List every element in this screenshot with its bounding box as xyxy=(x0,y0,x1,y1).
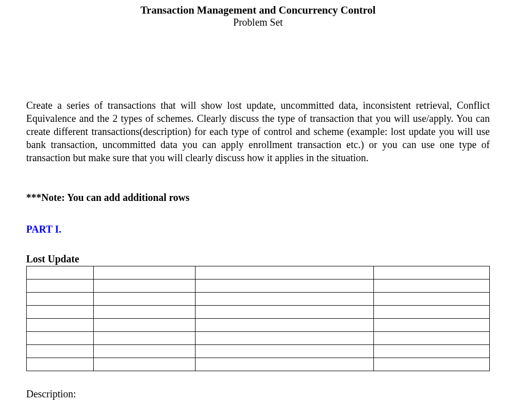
table-cell xyxy=(94,266,196,279)
table-cell xyxy=(374,319,490,332)
table-row xyxy=(27,306,490,319)
table-cell xyxy=(94,345,196,358)
table-cell xyxy=(196,293,374,306)
table-cell xyxy=(374,279,490,293)
table-row xyxy=(27,345,490,358)
table-cell xyxy=(27,279,94,293)
table-cell xyxy=(196,306,374,319)
table-cell xyxy=(27,332,94,345)
table-cell xyxy=(27,306,94,319)
table-cell xyxy=(374,306,490,319)
table-cell xyxy=(196,266,374,279)
section-heading: Lost Update xyxy=(26,253,490,265)
table-cell xyxy=(94,306,196,319)
table-cell xyxy=(27,266,94,279)
table-cell xyxy=(27,319,94,332)
table-cell xyxy=(196,319,374,332)
table-cell xyxy=(94,293,196,306)
table-cell xyxy=(94,332,196,345)
table-cell xyxy=(196,332,374,345)
table-cell xyxy=(374,358,490,371)
table-row xyxy=(27,319,490,332)
description-label: Description: xyxy=(26,388,490,400)
table-row xyxy=(27,279,490,293)
table-cell xyxy=(94,319,196,332)
table-cell xyxy=(27,345,94,358)
table-row xyxy=(27,293,490,306)
table-cell xyxy=(94,279,196,293)
table-cell xyxy=(196,358,374,371)
table-cell xyxy=(374,266,490,279)
part-heading: PART I. xyxy=(26,224,490,235)
table-row xyxy=(27,266,490,279)
table-row xyxy=(27,332,490,345)
instructions-paragraph: Create a series of transactions that wil… xyxy=(26,99,490,164)
table-cell xyxy=(27,293,94,306)
table-cell xyxy=(374,345,490,358)
doc-subtitle: Problem Set xyxy=(26,17,490,28)
table-cell xyxy=(374,332,490,345)
doc-title: Transaction Management and Concurrency C… xyxy=(26,4,490,17)
table-cell xyxy=(94,358,196,371)
table-cell xyxy=(374,293,490,306)
note-text: ***Note: You can add additional rows xyxy=(26,192,490,203)
lost-update-table xyxy=(26,266,490,371)
table-cell xyxy=(27,358,94,371)
table-cell xyxy=(196,279,374,293)
table-cell xyxy=(196,345,374,358)
table-row xyxy=(27,358,490,371)
